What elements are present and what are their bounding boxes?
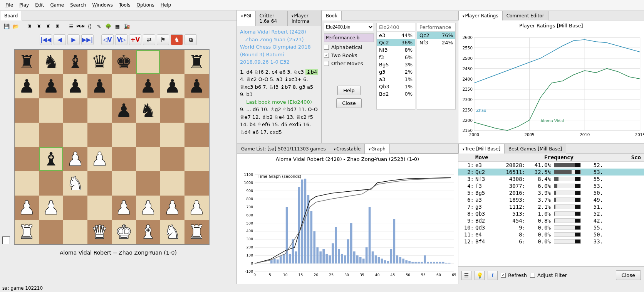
square-c3[interactable]: ♞ xyxy=(63,171,87,196)
square-g8[interactable] xyxy=(160,50,184,74)
tab-board[interactable]: Board xyxy=(0,11,22,20)
info-icon[interactable]: i xyxy=(488,271,498,280)
square-e3[interactable] xyxy=(112,171,136,196)
square-d3[interactable] xyxy=(87,171,112,196)
refresh-checkbox[interactable] xyxy=(501,273,506,278)
square-h2[interactable]: ♟ xyxy=(184,196,209,220)
square-b1[interactable] xyxy=(39,220,63,244)
square-h4[interactable] xyxy=(184,147,209,171)
tree-row[interactable]: 9:Bd2454:0.8%42. xyxy=(458,217,644,224)
menu-help[interactable]: Help xyxy=(158,2,173,8)
tree-body[interactable]: 1:e320828:41.0%52.2:Qc216511:32.5%53.3:N… xyxy=(458,162,644,266)
var-in-button[interactable]: ◁V xyxy=(101,34,114,45)
tab-best-games[interactable]: Best Games [Mill Base] xyxy=(504,144,566,154)
square-g5[interactable] xyxy=(160,123,184,147)
square-e5[interactable] xyxy=(112,123,136,147)
nav-fwd-button[interactable]: ▶ xyxy=(67,34,80,45)
pgi-tab-1[interactable]: Critter 1.6a 64 xyxy=(255,11,288,26)
flag-button[interactable]: ⚑ xyxy=(157,34,169,45)
tree-row[interactable]: 8:Qb3513:1.0%52. xyxy=(458,210,644,217)
bulb-icon[interactable]: 💡 xyxy=(475,271,485,280)
book-move-row[interactable]: Nf324% xyxy=(417,39,455,46)
book-file-select[interactable]: Elo2400.bin xyxy=(324,23,374,31)
square-e1[interactable]: ♚ xyxy=(112,220,136,244)
square-d2[interactable] xyxy=(87,196,112,220)
square-h8[interactable]: ♜ xyxy=(184,50,209,74)
nav-start-button[interactable]: |◀◀ xyxy=(40,34,52,45)
other-moves-checkbox[interactable] xyxy=(324,61,329,66)
square-f8[interactable] xyxy=(136,50,160,74)
book-move-row[interactable]: Qb31% xyxy=(377,83,415,90)
chessboard[interactable]: ♜♞♝♛♚♜♟♟♟♟♟♟♟♟♞♝♟♟♞♟♟♟♟♟♟♜♛♚♝♞♜ xyxy=(14,49,210,245)
square-f1[interactable]: ♝ xyxy=(136,220,160,244)
square-a8[interactable]: ♜ xyxy=(15,50,39,74)
square-d4[interactable]: ♟ xyxy=(87,147,112,171)
tree-row[interactable]: 12:Bf46:0.0%33. xyxy=(458,238,644,245)
pgi-tab-2[interactable]: ▾Player Informa xyxy=(287,11,322,26)
menu-file[interactable]: File xyxy=(3,2,15,8)
square-c7[interactable]: ♟ xyxy=(63,74,87,98)
square-a5[interactable] xyxy=(15,123,39,147)
tree-close-button[interactable]: Close xyxy=(616,270,641,280)
list-view-icon[interactable]: ☰ xyxy=(461,271,471,280)
notation-area[interactable]: Aloma Vidal Robert (2428)-- Zhao Zong-Yu… xyxy=(237,26,321,134)
close-button[interactable]: Close xyxy=(336,98,361,108)
square-b7[interactable]: ♟ xyxy=(39,74,63,98)
square-c6[interactable] xyxy=(63,98,87,123)
square-g2[interactable]: ♟ xyxy=(160,196,184,220)
nav-end-button[interactable]: ▶▶| xyxy=(81,34,94,45)
square-e8[interactable]: ♚ xyxy=(112,50,136,74)
square-a6[interactable] xyxy=(15,98,39,123)
var-add-button[interactable]: +V xyxy=(129,34,141,45)
copy-board-button[interactable]: ⧉ xyxy=(184,34,197,45)
menu-play[interactable]: Play xyxy=(17,2,31,8)
tree-row[interactable]: 7:g31112:2.1%51. xyxy=(458,203,644,210)
tab-crosstable[interactable]: ▾Crosstable xyxy=(330,144,365,154)
square-b8[interactable]: ♞ xyxy=(39,50,63,74)
tree-row[interactable]: 3:Nf34308:8.4%55. xyxy=(458,176,644,182)
square-d5[interactable] xyxy=(87,123,112,147)
tab-player-ratings[interactable]: ▾Player Ratings xyxy=(458,11,503,20)
square-b3[interactable] xyxy=(39,171,63,196)
square-c8[interactable]: ♝ xyxy=(63,50,87,74)
square-d1[interactable]: ♛ xyxy=(87,220,112,244)
tree-row[interactable]: 2:Qc216511:32.5%53. xyxy=(458,169,644,176)
book-move-row[interactable]: e344% xyxy=(377,32,415,39)
tree-row[interactable]: 10:Qd39:0.0%55. xyxy=(458,224,644,231)
book-move-row[interactable]: f36% xyxy=(377,54,415,61)
tab-book[interactable]: Book xyxy=(322,11,342,20)
book-move-row[interactable]: Nf38% xyxy=(377,46,415,54)
square-b2[interactable]: ♟ xyxy=(39,196,63,220)
open-icon[interactable]: 📂 xyxy=(12,22,20,30)
square-c2[interactable] xyxy=(63,196,87,220)
tree-row[interactable]: 1:e320828:41.0%52. xyxy=(458,162,644,169)
menu-options[interactable]: Options xyxy=(134,2,157,8)
menu-game[interactable]: Game xyxy=(48,2,66,8)
square-b6[interactable] xyxy=(39,98,63,123)
tab-tree[interactable]: ▾Tree [Mill Base] xyxy=(458,144,505,154)
book-move-row[interactable]: a31% xyxy=(377,76,415,83)
square-g6[interactable] xyxy=(160,98,184,123)
book-move-row[interactable]: Bd20% xyxy=(377,90,415,98)
square-d8[interactable]: ♛ xyxy=(87,50,112,74)
square-e7[interactable] xyxy=(112,74,136,98)
pgn-icon[interactable]: PGN xyxy=(76,22,85,30)
square-h6[interactable] xyxy=(184,98,209,123)
square-d6[interactable] xyxy=(87,98,112,123)
square-e6[interactable]: ♟ xyxy=(112,98,136,123)
adjust-filter-checkbox[interactable] xyxy=(530,273,535,278)
menu-search[interactable]: Search xyxy=(68,2,88,8)
square-c4[interactable]: ♟ xyxy=(63,147,87,171)
tree-row[interactable]: 4:f33077:6.0%53. xyxy=(458,182,644,189)
nav-back-button[interactable]: ◀ xyxy=(54,34,66,45)
book-move-row[interactable]: Bg53% xyxy=(377,61,415,68)
square-a1[interactable]: ♜ xyxy=(15,220,39,244)
book-move-row[interactable]: Qc276% xyxy=(417,32,455,39)
tab-graph[interactable]: ▾Graph xyxy=(364,144,389,154)
code-icon[interactable]: ⟨⟩ xyxy=(86,22,94,30)
two-books-checkbox[interactable] xyxy=(324,53,329,58)
square-b5[interactable] xyxy=(39,123,63,147)
pgi-tab-0[interactable]: ▾PGI xyxy=(237,11,256,26)
grid-icon[interactable]: ▦ xyxy=(113,22,122,30)
rook-icon-3[interactable]: ♜ xyxy=(44,22,52,30)
